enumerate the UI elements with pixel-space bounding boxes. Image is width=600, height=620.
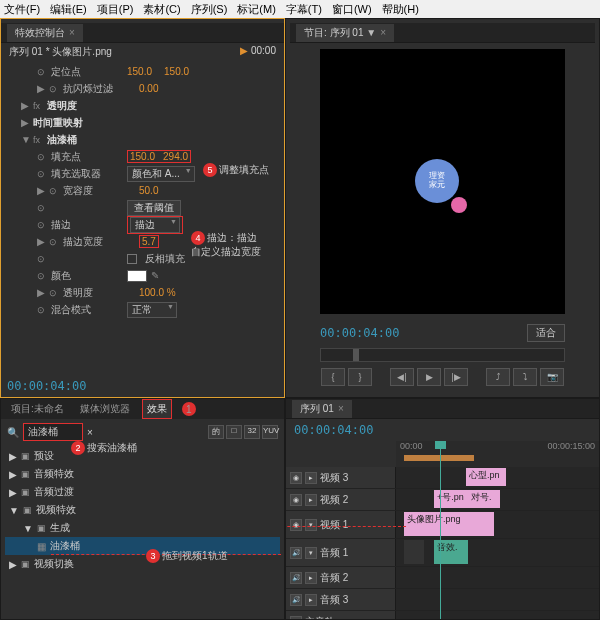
folder-icon: ▣ xyxy=(23,505,32,515)
prop-fillselector[interactable]: 填充选取器 xyxy=(51,167,123,181)
effects-panel: 项目:未命名 媒体浏览器 效果 1 🔍 油漆桶 × 的 □ 32 YUV 2搜索… xyxy=(0,398,285,620)
export-frame-button[interactable]: 📷 xyxy=(540,368,564,386)
track-head-v2[interactable]: ◉▸视频 2 xyxy=(286,489,396,510)
effect-icon: ▦ xyxy=(37,541,46,552)
prop-color[interactable]: 颜色 xyxy=(51,269,123,283)
property-list: ⊙定位点150.0150.0 ▶⊙抗闪烁过滤0.00 ▶fx透明度 ▶时间重映射… xyxy=(1,61,284,320)
tree-video-trans[interactable]: 视频切换 xyxy=(34,557,74,571)
menu-window[interactable]: 窗口(W) xyxy=(332,2,372,16)
tree-audio-trans[interactable]: 音频过渡 xyxy=(34,485,74,499)
close-icon[interactable]: × xyxy=(380,27,386,38)
tab-effect-controls[interactable]: 特效控制台× xyxy=(7,24,83,42)
tab-program[interactable]: 节目: 序列 01 ▼× xyxy=(296,24,394,42)
eye-icon[interactable]: ◉ xyxy=(290,494,302,506)
folder-icon: ▣ xyxy=(21,487,30,497)
track-head-v1[interactable]: ◉▾视频 1 xyxy=(286,511,396,538)
menu-sequence[interactable]: 序列(S) xyxy=(191,2,228,16)
close-icon[interactable]: × xyxy=(338,403,344,414)
folder-icon: ▣ xyxy=(21,559,30,569)
yuv-icon[interactable]: YUV xyxy=(262,425,278,439)
folder-icon: ▣ xyxy=(21,469,30,479)
track-head-a3[interactable]: 🔊▸音频 3 xyxy=(286,589,396,610)
tree-presets[interactable]: 预设 xyxy=(34,449,54,463)
tab-media-browser[interactable]: 媒体浏览器 xyxy=(76,400,134,418)
work-area-bar[interactable] xyxy=(404,455,474,461)
tab-effects[interactable]: 效果 xyxy=(142,399,172,419)
timeline-timecode[interactable]: 00:00:04:00 xyxy=(294,423,373,437)
program-tc-left[interactable]: 00:00:04:00 xyxy=(320,326,399,340)
prop-opacity[interactable]: 透明度 xyxy=(63,286,135,300)
prop-tolerance[interactable]: 宽容度 xyxy=(63,184,135,198)
view-threshold-button[interactable]: 查看阈值 xyxy=(127,200,181,216)
tree-video-fx[interactable]: 视频特效 xyxy=(36,503,76,517)
track-head-a1[interactable]: 🔊▾音频 1 xyxy=(286,539,396,566)
close-icon[interactable]: × xyxy=(69,27,75,38)
effects-search-input[interactable]: 油漆桶 xyxy=(23,423,83,441)
effect-controls-panel: 特效控制台× 序列 01 * 头像图片.png ▶ 00:00 ⊙定位点150.… xyxy=(0,18,285,398)
prop-strokewidth[interactable]: 描边宽度 xyxy=(63,235,135,249)
prop-anchor[interactable]: 定位点 xyxy=(51,65,123,79)
prop-fillpoint[interactable]: 填充点 xyxy=(51,150,123,164)
tree-paintbucket[interactable]: 油漆桶 xyxy=(50,539,80,553)
menu-edit[interactable]: 编辑(E) xyxy=(50,2,87,16)
menu-bar[interactable]: 文件(F) 编辑(E) 项目(P) 素材(C) 序列(S) 标记(M) 字幕(T… xyxy=(0,0,600,18)
monitor-scrubber[interactable] xyxy=(320,348,565,362)
mark-in-button[interactable]: { xyxy=(321,368,345,386)
menu-file[interactable]: 文件(F) xyxy=(4,2,40,16)
32bit-icon[interactable]: 32 xyxy=(244,425,260,439)
step-fwd-button[interactable]: |▶ xyxy=(444,368,468,386)
clear-search-icon[interactable]: × xyxy=(87,427,93,438)
fx-badge-icon[interactable]: 的 xyxy=(208,425,224,439)
speaker-icon[interactable]: 🔊 xyxy=(290,547,302,559)
track-head-a2[interactable]: 🔊▸音频 2 xyxy=(286,567,396,588)
prop-blend[interactable]: 混合模式 xyxy=(51,303,123,317)
clip-audio-empty[interactable] xyxy=(404,540,424,564)
mark-out-button[interactable]: } xyxy=(348,368,372,386)
color-swatch[interactable] xyxy=(127,270,147,282)
monitor-viewport[interactable]: 理资 家元 xyxy=(320,49,565,314)
prop-deflicker[interactable]: 抗闪烁过滤 xyxy=(63,82,135,96)
playhead[interactable] xyxy=(440,441,441,620)
effects-tree[interactable]: ▶▣预设 ▶▣音频特效 ▶▣音频过渡 ▼▣视频特效 ▼▣生成 ▦油漆桶 ▶▣视频… xyxy=(1,445,284,575)
prop-opacity-group[interactable]: 透明度 xyxy=(47,99,119,113)
prop-timeremap[interactable]: 时间重映射 xyxy=(33,116,105,130)
prop-stroke[interactable]: 描边 xyxy=(51,218,123,232)
menu-clip[interactable]: 素材(C) xyxy=(143,2,180,16)
clip-heart[interactable]: 心型.pn xyxy=(466,468,506,486)
invert-checkbox[interactable] xyxy=(127,254,137,264)
transport-controls: { } ◀| ▶ |▶ ⤴ ⤵ 📷 xyxy=(290,364,595,390)
prop-paintbucket[interactable]: 油漆桶 xyxy=(47,133,119,147)
program-monitor: 节目: 序列 01 ▼× 理资 家元 00:00:04:00 适合 { } ◀|… xyxy=(285,18,600,398)
speaker-icon[interactable]: 🔊 xyxy=(290,594,302,606)
menu-help[interactable]: 帮助(H) xyxy=(382,2,419,16)
eye-icon[interactable]: ◉ xyxy=(290,472,302,484)
heart-badge xyxy=(451,197,467,213)
track-head-v3[interactable]: ◉▸视频 3 xyxy=(286,467,396,488)
lift-button[interactable]: ⤴ xyxy=(486,368,510,386)
timeline-panel: 序列 01× 00:00:04:00 00:00 00:00:15:00 ◉▸视… xyxy=(285,398,600,620)
eyedropper-icon[interactable]: ✎ xyxy=(151,270,163,282)
tab-project[interactable]: 项目:未命名 xyxy=(7,400,68,418)
play-button[interactable]: ▶ xyxy=(417,368,441,386)
step-back-button[interactable]: ◀| xyxy=(390,368,414,386)
menu-marker[interactable]: 标记(M) xyxy=(237,2,276,16)
accel-icon[interactable]: □ xyxy=(226,425,242,439)
clip-check[interactable]: 对号. xyxy=(468,490,500,508)
menu-project[interactable]: 项目(P) xyxy=(97,2,134,16)
folder-icon: ▣ xyxy=(21,451,30,461)
eye-icon[interactable]: ◉ xyxy=(290,519,302,531)
menu-title[interactable]: 字幕(T) xyxy=(286,2,322,16)
extract-button[interactable]: ⤵ xyxy=(513,368,537,386)
time-ruler[interactable]: 00:00 00:00:15:00 xyxy=(396,441,599,467)
ecp-timecode[interactable]: 00:00:04:00 xyxy=(7,379,86,393)
folder-icon: ▣ xyxy=(37,523,46,533)
clip-avatar[interactable]: 头像图片.png xyxy=(404,512,494,536)
tree-generate[interactable]: 生成 xyxy=(50,521,70,535)
track-head-master[interactable]: ▸主音轨 xyxy=(286,611,396,619)
fit-dropdown[interactable]: 适合 xyxy=(527,324,565,342)
tab-sequence[interactable]: 序列 01× xyxy=(292,400,352,418)
speaker-icon[interactable]: 🔊 xyxy=(290,572,302,584)
source-label: 序列 01 * 头像图片.png xyxy=(9,45,112,59)
mini-timecode: 00:00 xyxy=(251,45,276,56)
tree-audio-fx[interactable]: 音频特效 xyxy=(34,467,74,481)
